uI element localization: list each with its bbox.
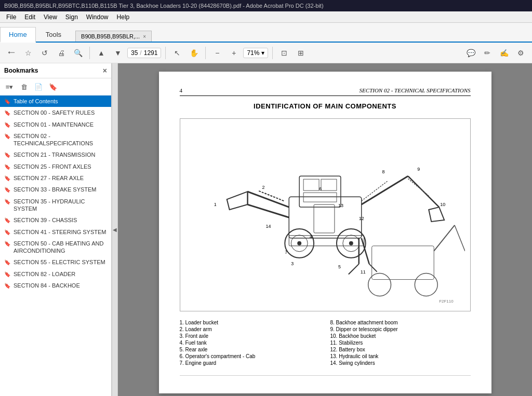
page-sep: / bbox=[140, 49, 141, 57]
svg-text:2: 2 bbox=[262, 185, 264, 190]
bookmark-item-9[interactable]: 🔖SECTION 39 - CHASSIS bbox=[0, 214, 111, 226]
sidebar-new-button[interactable]: 📄 bbox=[32, 80, 45, 93]
hand-tool-button[interactable]: ✋ bbox=[187, 46, 201, 60]
bookmark-label-3: SECTION 02 - TECHNICALSPECIFICATIONS bbox=[14, 132, 107, 147]
part-13: 13. Hydraulic oil tank bbox=[330, 353, 471, 359]
bookmark-item-14[interactable]: 🔖SECTION 84 - BACKHOE bbox=[0, 280, 111, 291]
parts-col-left: 1. Loader bucket 2. Loader arm 3. Front … bbox=[180, 320, 320, 367]
svg-line-24 bbox=[369, 264, 377, 272]
bookmark-item-3[interactable]: 🔖SECTION 02 - TECHNICALSPECIFICATIONS bbox=[0, 130, 111, 149]
bookmark-item-6[interactable]: 🔖SECTION 27 - REAR AXLE bbox=[0, 172, 111, 184]
bookmark-item-7[interactable]: 🔖SECTION 33 - BRAKE SYSTEM bbox=[0, 184, 111, 195]
bookmark-item-2[interactable]: 🔖SECTION 01 - MAINTENANCE bbox=[0, 119, 111, 130]
print-button[interactable]: 🖨 bbox=[54, 46, 69, 60]
menu-view[interactable]: View bbox=[39, 12, 61, 22]
edit-button[interactable]: ✏ bbox=[480, 46, 495, 60]
part-11: 11. Stabilizers bbox=[330, 340, 471, 346]
back-button[interactable]: ⭠ bbox=[4, 46, 19, 60]
zoom-out-toolbar-button[interactable]: 🔍 bbox=[71, 46, 85, 60]
menu-sign[interactable]: Sign bbox=[61, 12, 82, 22]
highlight-button[interactable]: ✍ bbox=[497, 46, 511, 60]
sidebar-header: Bookmarks × bbox=[0, 63, 111, 78]
bookmark-icon-5: 🔖 bbox=[4, 163, 10, 170]
ribbon: Home Tools B90B,B95B,B95BLR,... × bbox=[0, 23, 532, 43]
menu-help[interactable]: Help bbox=[113, 12, 134, 22]
pdf-page-num: 4 bbox=[180, 87, 183, 93]
bookmark-icon-7: 🔖 bbox=[4, 186, 10, 193]
toolbar: ⭠ ☆ ↺ 🖨 🔍 ▲ ▼ 4 35 / 1291 ↖ ✋ − + 71% ▾ … bbox=[0, 43, 532, 63]
next-page-button[interactable]: ▼ bbox=[111, 46, 125, 60]
svg-text:14: 14 bbox=[265, 224, 271, 229]
bookmark-label-14: SECTION 84 - BACKHOE bbox=[14, 282, 80, 289]
sidebar-delete-button[interactable]: 🗑 bbox=[18, 80, 30, 93]
zoom-display[interactable]: 71% ▾ bbox=[243, 48, 268, 58]
bookmark-label-2: SECTION 01 - MAINTENANCE bbox=[14, 121, 94, 128]
bookmark-item-5[interactable]: 🔖SECTION 25 - FRONT AXLES bbox=[0, 161, 111, 172]
svg-line-20 bbox=[408, 176, 439, 207]
svg-line-19 bbox=[361, 176, 408, 204]
tab-tools[interactable]: Tools bbox=[37, 27, 70, 42]
sidebar-menu-button[interactable]: ≡▾ bbox=[3, 80, 16, 93]
pdf-area[interactable]: 4 SECTION 02 - TECHNICAL SPECIFICATIONS … bbox=[118, 63, 532, 396]
cursor-tool-button[interactable]: ↖ bbox=[170, 46, 184, 60]
sidebar-bookmark-button[interactable]: 🔖 bbox=[47, 80, 59, 93]
part-7: 7. Engine guard bbox=[180, 360, 320, 366]
svg-text:8: 8 bbox=[382, 169, 384, 174]
bookmark-item-4[interactable]: 🔖SECTION 21 - TRANSMISSION bbox=[0, 149, 111, 160]
svg-point-27 bbox=[415, 274, 437, 296]
collapse-handle[interactable]: ◀ bbox=[112, 63, 118, 396]
svg-text:12: 12 bbox=[358, 216, 364, 221]
part-8: 8. Backhoe attachment boom bbox=[330, 320, 471, 325]
svg-point-10 bbox=[349, 241, 353, 245]
sidebar-title: Bookmarks bbox=[4, 67, 38, 74]
more-tools-button[interactable]: ⚙ bbox=[513, 46, 528, 60]
zoom-in-button[interactable]: + bbox=[227, 46, 241, 60]
bookmark-item-11[interactable]: 🔖SECTION 50 - CAB HEATING AND AIRCONDITI… bbox=[0, 238, 111, 257]
bookmark-label-12: SECTION 55 - ELECTRIC SYSTEM bbox=[14, 258, 105, 266]
doc-tab-close[interactable]: × bbox=[143, 34, 146, 39]
comment-button[interactable]: 💬 bbox=[463, 46, 478, 60]
menu-file[interactable]: File bbox=[2, 12, 20, 22]
svg-text:F2F110: F2F110 bbox=[439, 299, 454, 304]
bookmark-icon-0: 🔖 bbox=[4, 98, 10, 105]
svg-line-29 bbox=[455, 225, 465, 251]
bookmark-icon-8: 🔖 bbox=[4, 198, 10, 205]
menu-window[interactable]: Window bbox=[82, 12, 113, 22]
svg-text:3: 3 bbox=[291, 261, 294, 266]
svg-rect-4 bbox=[303, 193, 337, 202]
svg-rect-0 bbox=[289, 197, 361, 238]
bookmark-item-12[interactable]: 🔖SECTION 55 - ELECTRIC SYSTEM bbox=[0, 256, 111, 268]
prev-view-button[interactable]: ↺ bbox=[37, 46, 52, 60]
bookmark-item-0[interactable]: 🔖Table of Contents bbox=[0, 95, 111, 107]
fit-page-button[interactable]: ⊡ bbox=[277, 46, 291, 60]
bookmark-button[interactable]: ☆ bbox=[21, 46, 35, 60]
bookmark-label-11: SECTION 50 - CAB HEATING AND AIRCONDITIO… bbox=[14, 240, 107, 255]
separator-2 bbox=[165, 47, 166, 59]
zoom-dropdown-icon[interactable]: ▾ bbox=[261, 49, 264, 57]
bookmark-item-10[interactable]: 🔖SECTION 41 - STEERING SYSTEM bbox=[0, 226, 111, 238]
svg-text:13: 13 bbox=[338, 203, 343, 208]
bookmark-label-4: SECTION 21 - TRANSMISSION bbox=[14, 151, 96, 158]
pdf-page-header: 4 SECTION 02 - TECHNICAL SPECIFICATIONS bbox=[180, 87, 471, 96]
current-page-display: 35 bbox=[131, 49, 138, 57]
grid-button[interactable]: ⊞ bbox=[294, 46, 308, 60]
part-3: 3. Front axle bbox=[180, 333, 320, 339]
parts-col-right: 8. Backhoe attachment boom 9. Dipper or … bbox=[330, 320, 471, 367]
toolbar-right: 💬 ✏ ✍ ⚙ bbox=[463, 46, 528, 60]
zoom-out-button[interactable]: − bbox=[210, 46, 224, 60]
sidebar-close-button[interactable]: × bbox=[103, 66, 107, 75]
bookmark-item-8[interactable]: 🔖SECTION 35 - HYDRAULIC SYSTEM bbox=[0, 196, 111, 215]
svg-rect-25 bbox=[371, 246, 434, 280]
bookmark-item-1[interactable]: 🔖SECTION 00 - SAFETY RULES bbox=[0, 107, 111, 118]
doc-tab[interactable]: B90B,B95B,B95BLR,... × bbox=[75, 31, 152, 42]
menu-edit[interactable]: Edit bbox=[20, 12, 39, 22]
bookmark-icon-4: 🔖 bbox=[4, 152, 10, 158]
svg-point-7 bbox=[297, 241, 301, 245]
tab-home[interactable]: Home bbox=[0, 27, 36, 43]
svg-line-22 bbox=[348, 264, 358, 275]
bookmark-label-6: SECTION 27 - REAR AXLE bbox=[14, 174, 84, 182]
prev-page-button[interactable]: ▲ bbox=[94, 46, 109, 60]
bookmark-item-13[interactable]: 🔖SECTION 82 - LOADER bbox=[0, 268, 111, 280]
svg-line-14 bbox=[258, 190, 284, 201]
page-nav[interactable]: 4 35 / 1291 bbox=[127, 48, 161, 58]
